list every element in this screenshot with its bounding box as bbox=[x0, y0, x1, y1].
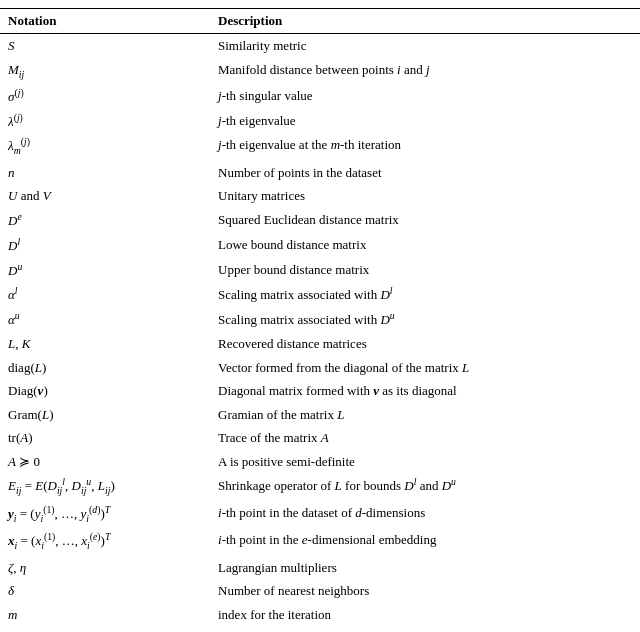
notation-cell: T bbox=[0, 626, 210, 632]
table-row: MijManifold distance between points i an… bbox=[0, 58, 640, 84]
notation-cell: λm(j) bbox=[0, 133, 210, 161]
notation-cell: λ(j) bbox=[0, 109, 210, 134]
description-cell: Number of points in the dataset bbox=[210, 161, 640, 185]
notation-cell: yi = (yi(1), …, yi(d))T bbox=[0, 501, 210, 529]
notation-header: Notation bbox=[0, 9, 210, 34]
description-cell: Squared Euclidean distance matrix bbox=[210, 208, 640, 233]
notation-cell: xi = (xi(1), …, xi(e))T bbox=[0, 528, 210, 556]
description-header: Description bbox=[210, 9, 640, 34]
description-cell: Diagonal matrix formed with v as its dia… bbox=[210, 379, 640, 403]
description-cell: index for the iteration bbox=[210, 603, 640, 627]
description-cell: Upper bound distance matrix bbox=[210, 258, 640, 283]
table-row: tr(A)Trace of the matrix A bbox=[0, 426, 640, 450]
description-cell: Gramian of the matrix L bbox=[210, 403, 640, 427]
description-cell: Manifold distance between points i and j bbox=[210, 58, 640, 84]
notation-cell: αl bbox=[0, 282, 210, 307]
notation-cell: S bbox=[0, 34, 210, 58]
notation-cell: m bbox=[0, 603, 210, 627]
description-cell: j-th eigenvalue bbox=[210, 109, 640, 134]
description-cell: Vector formed from the diagonal of the m… bbox=[210, 356, 640, 380]
notation-table: Notation Description SSimilarity metricM… bbox=[0, 8, 640, 632]
notation-cell: tr(A) bbox=[0, 426, 210, 450]
notation-cell: De bbox=[0, 208, 210, 233]
table-row: A ≽ 0A is positive semi-definite bbox=[0, 450, 640, 474]
description-cell: Scaling matrix associated with Dl bbox=[210, 282, 640, 307]
description-cell: total number of iterations bbox=[210, 626, 640, 632]
notation-cell: Eij = E(Dijl, Diju, Lij) bbox=[0, 473, 210, 501]
table-row: Eij = E(Dijl, Diju, Lij)Shrinkage operat… bbox=[0, 473, 640, 501]
description-cell: j-th singular value bbox=[210, 84, 640, 109]
table-row: αuScaling matrix associated with Du bbox=[0, 307, 640, 332]
notation-cell: A ≽ 0 bbox=[0, 450, 210, 474]
table-row: mindex for the iteration bbox=[0, 603, 640, 627]
table-row: Diag(v)Diagonal matrix formed with v as … bbox=[0, 379, 640, 403]
table-row: Gram(L)Gramian of the matrix L bbox=[0, 403, 640, 427]
table-row: λ(j)j-th eigenvalue bbox=[0, 109, 640, 134]
description-cell: i-th point in the e-dimensional embeddin… bbox=[210, 528, 640, 556]
notation-cell: L, K bbox=[0, 332, 210, 356]
notation-cell: σ(j) bbox=[0, 84, 210, 109]
notation-cell: Du bbox=[0, 258, 210, 283]
notation-cell: Gram(L) bbox=[0, 403, 210, 427]
description-cell: Lowe bound distance matrix bbox=[210, 233, 640, 258]
table-row: yi = (yi(1), …, yi(d))Ti-th point in the… bbox=[0, 501, 640, 529]
notation-cell: ζ, η bbox=[0, 556, 210, 580]
notation-cell: δ bbox=[0, 579, 210, 603]
table-row: diag(L)Vector formed from the diagonal o… bbox=[0, 356, 640, 380]
table-row: σ(j)j-th singular value bbox=[0, 84, 640, 109]
description-cell: Scaling matrix associated with Du bbox=[210, 307, 640, 332]
table-row: DeSquared Euclidean distance matrix bbox=[0, 208, 640, 233]
description-cell: Similarity metric bbox=[210, 34, 640, 58]
description-cell: i-th point in the dataset of d-dimension… bbox=[210, 501, 640, 529]
notation-cell: n bbox=[0, 161, 210, 185]
description-cell: Shrinkage operator of L for bounds Dl an… bbox=[210, 473, 640, 501]
table-row: λm(j)j-th eigenvalue at the m-th iterati… bbox=[0, 133, 640, 161]
table-row: DlLowe bound distance matrix bbox=[0, 233, 640, 258]
description-cell: Recovered distance matrices bbox=[210, 332, 640, 356]
description-cell: Trace of the matrix A bbox=[210, 426, 640, 450]
description-cell: Number of nearest neighbors bbox=[210, 579, 640, 603]
notation-cell: diag(L) bbox=[0, 356, 210, 380]
table-row: U and VUnitary matrices bbox=[0, 184, 640, 208]
table-row: ζ, ηLagrangian multipliers bbox=[0, 556, 640, 580]
table-row: xi = (xi(1), …, xi(e))Ti-th point in the… bbox=[0, 528, 640, 556]
table-row: DuUpper bound distance matrix bbox=[0, 258, 640, 283]
description-cell: A is positive semi-definite bbox=[210, 450, 640, 474]
notation-cell: Diag(v) bbox=[0, 379, 210, 403]
notation-cell: Dl bbox=[0, 233, 210, 258]
table-row: Ttotal number of iterations bbox=[0, 626, 640, 632]
table-row: nNumber of points in the dataset bbox=[0, 161, 640, 185]
table-row: αlScaling matrix associated with Dl bbox=[0, 282, 640, 307]
table-row: δNumber of nearest neighbors bbox=[0, 579, 640, 603]
description-cell: j-th eigenvalue at the m-th iteration bbox=[210, 133, 640, 161]
table-row: L, KRecovered distance matrices bbox=[0, 332, 640, 356]
notation-cell: Mij bbox=[0, 58, 210, 84]
notation-cell: U and V bbox=[0, 184, 210, 208]
description-cell: Lagrangian multipliers bbox=[210, 556, 640, 580]
table-row: SSimilarity metric bbox=[0, 34, 640, 58]
description-cell: Unitary matrices bbox=[210, 184, 640, 208]
notation-cell: αu bbox=[0, 307, 210, 332]
